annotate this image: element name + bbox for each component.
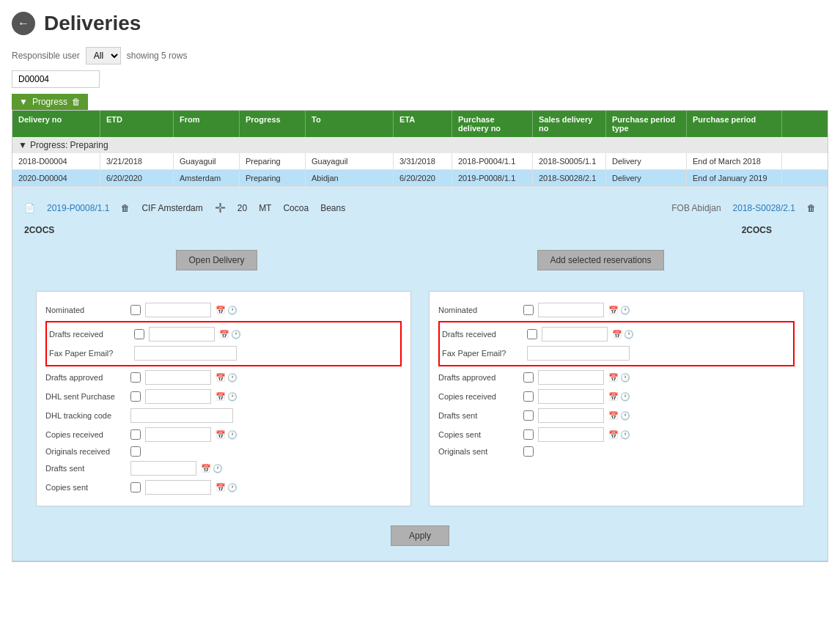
calendar-icon-left[interactable]: 📅 xyxy=(215,306,226,315)
copies-received-input-right[interactable] xyxy=(538,389,604,404)
calendar-icon-drafts-sent-left[interactable]: 📅 xyxy=(201,464,211,473)
expanded-main-info: 📄 2019-P0008/1.1 🗑 CIF Amsterdam ✛ 20 MT… xyxy=(24,194,816,222)
dhl-tracking-input-left[interactable] xyxy=(130,408,233,423)
calendar-icon-copies-right[interactable]: 📅 xyxy=(608,392,619,402)
nominated-row-right: Nominated 📅 🕐 xyxy=(438,300,795,320)
calendar-icon-copies-sent-right[interactable]: 📅 xyxy=(608,430,619,440)
drafts-sent-checkbox-right[interactable] xyxy=(523,410,534,421)
nominated-label-right: Nominated xyxy=(438,306,519,314)
dhl-sent-checkbox-left[interactable] xyxy=(130,391,141,402)
calendar-icon-approved-right[interactable]: 📅 xyxy=(608,373,619,383)
drafts-received-highlight-left: Drafts received 📅 🕐 Fax Paper Email? xyxy=(45,321,402,366)
drafts-sent-input-right[interactable] xyxy=(538,408,604,423)
table-header: Delivery no ETD From Progress To ETA Pur… xyxy=(12,111,828,137)
dhl-tracking-row-left: DHL tracking code xyxy=(45,406,402,425)
drafts-approved-checkbox-left[interactable] xyxy=(130,372,141,383)
drafts-received-input-left[interactable] xyxy=(149,327,215,342)
header-purchase-delivery-no: Purchase delivery no xyxy=(452,111,533,137)
cross-icon: ✛ xyxy=(215,200,226,216)
progress-tab[interactable]: ▼ Progress 🗑 xyxy=(12,94,88,110)
trash-doc-icon[interactable]: 🗑 xyxy=(121,203,130,213)
nominated-icons-left: 📅 🕐 xyxy=(215,306,237,315)
calendar-icon-nom-right[interactable]: 📅 xyxy=(608,306,619,315)
copies-sent-checkbox-right[interactable] xyxy=(523,429,534,440)
originals-received-row-left: Originals received xyxy=(45,444,402,459)
nominated-checkbox-left[interactable] xyxy=(130,305,141,315)
back-button[interactable]: ← xyxy=(12,12,35,35)
purchase-doc-link[interactable]: 2019-P0008/1.1 xyxy=(47,203,109,213)
trash-icon[interactable]: 🗑 xyxy=(72,97,81,107)
table-row[interactable]: 2018-D00004 3/21/2018 Guayaguil Preparin… xyxy=(12,153,828,170)
copies-received-row-right: Copies received 📅 🕐 xyxy=(438,387,795,406)
add-reservations-button[interactable]: Add selected reservations xyxy=(537,250,663,270)
clock-icon-drafts-sent-left[interactable]: 🕐 xyxy=(213,464,223,473)
drafts-approved-input-left[interactable] xyxy=(145,370,211,385)
clock-icon-approved-right[interactable]: 🕐 xyxy=(620,373,630,383)
cell-purchase-period: End of January 2019 xyxy=(687,170,782,186)
calendar-icon-copies-left[interactable]: 📅 xyxy=(215,430,226,440)
clock-icon-copies-right[interactable]: 🕐 xyxy=(620,392,630,402)
calendar-icon-copies-sent-left[interactable]: 📅 xyxy=(215,483,226,492)
copies-sent-input-left[interactable] xyxy=(145,480,211,495)
originals-received-checkbox-left[interactable] xyxy=(130,446,141,457)
nominated-checkbox-right[interactable] xyxy=(523,305,534,315)
trash-sales-icon[interactable]: 🗑 xyxy=(807,203,816,213)
drafts-received-input-right[interactable] xyxy=(542,327,608,342)
clock-icon-copies-left[interactable]: 🕐 xyxy=(227,430,237,440)
nominated-input-left[interactable] xyxy=(145,303,211,317)
calendar-icon-drafts-right[interactable]: 📅 xyxy=(612,330,622,339)
copies-received-input-left[interactable] xyxy=(145,427,211,442)
cell-delivery-no: 2020-D00004 xyxy=(12,170,100,186)
cell-etd: 6/20/2020 xyxy=(100,170,174,186)
originals-sent-checkbox-right[interactable] xyxy=(523,446,534,457)
drafts-approved-label-left: Drafts approved xyxy=(45,373,126,382)
collapse-icon: ▼ xyxy=(19,97,28,107)
copies-sent-input-right[interactable] xyxy=(538,427,604,442)
dhl-sent-input-left[interactable] xyxy=(145,389,211,404)
search-input[interactable] xyxy=(12,70,100,88)
clock-icon-copies-sent-right[interactable]: 🕐 xyxy=(620,430,630,440)
header-etd: ETD xyxy=(100,111,174,137)
calendar-icon-drafts-left[interactable]: 📅 xyxy=(219,330,229,339)
clock-icon-drafts-right[interactable]: 🕐 xyxy=(624,330,634,339)
group-expand-icon: ▼ xyxy=(18,140,27,150)
clock-icon-drafts-sent-right[interactable]: 🕐 xyxy=(620,411,630,421)
clock-icon-approved-left[interactable]: 🕐 xyxy=(227,373,237,383)
copies-received-checkbox-left[interactable] xyxy=(130,429,141,440)
clock-icon-drafts-left[interactable]: 🕐 xyxy=(231,330,241,339)
drafts-received-highlight-right: Drafts received 📅 🕐 Fax Paper Email? xyxy=(438,321,795,366)
dhl-tracking-label-left: DHL tracking code xyxy=(45,411,126,420)
page-title: Deliveries xyxy=(44,12,141,35)
fax-paper-label-left: Fax Paper Email? xyxy=(49,349,130,358)
header-eta: ETA xyxy=(394,111,452,137)
responsible-user-select[interactable]: All xyxy=(86,47,121,64)
drafts-approved-input-right[interactable] xyxy=(538,370,604,385)
clock-icon-dhl-left[interactable]: 🕐 xyxy=(227,392,237,402)
sales-doc-link[interactable]: 2018-S0028/2.1 xyxy=(733,203,795,213)
drafts-received-checkbox-left[interactable] xyxy=(134,329,144,339)
action-buttons-row: Open Delivery Add selected reservations xyxy=(24,241,816,279)
fax-paper-input-right[interactable] xyxy=(527,346,630,361)
clock-icon-left[interactable]: 🕐 xyxy=(227,306,237,315)
progress-tab-label: Progress xyxy=(32,97,67,107)
calendar-icon-approved-left[interactable]: 📅 xyxy=(215,373,226,383)
copies-sent-checkbox-left[interactable] xyxy=(130,482,141,492)
group-label: Progress: Preparing xyxy=(30,140,108,150)
apply-button[interactable]: Apply xyxy=(391,525,449,546)
fax-paper-input-left[interactable] xyxy=(134,346,237,361)
calendar-icon-dhl-left[interactable]: 📅 xyxy=(215,392,226,402)
drafts-sent-input-left[interactable] xyxy=(130,461,196,476)
nominated-input-right[interactable] xyxy=(538,303,604,317)
drafts-approved-checkbox-right[interactable] xyxy=(523,372,534,383)
drafts-received-checkbox-right[interactable] xyxy=(527,329,537,339)
copies-received-checkbox-right[interactable] xyxy=(523,391,534,402)
cell-sales-delivery-no: 2018-S0005/1.1 xyxy=(533,153,606,169)
clock-icon-nom-right[interactable]: 🕐 xyxy=(620,306,630,315)
header-delivery-no: Delivery no xyxy=(12,111,100,137)
drafts-received-row-right: Drafts received 📅 🕐 xyxy=(442,325,791,344)
nominated-row-left: Nominated 📅 🕐 xyxy=(45,300,402,320)
open-delivery-button[interactable]: Open Delivery xyxy=(176,250,257,270)
calendar-icon-drafts-sent-right[interactable]: 📅 xyxy=(608,411,619,421)
table-row[interactable]: 2020-D00004 6/20/2020 Amsterdam Preparin… xyxy=(12,170,828,187)
clock-icon-copies-sent-left[interactable]: 🕐 xyxy=(227,483,237,492)
